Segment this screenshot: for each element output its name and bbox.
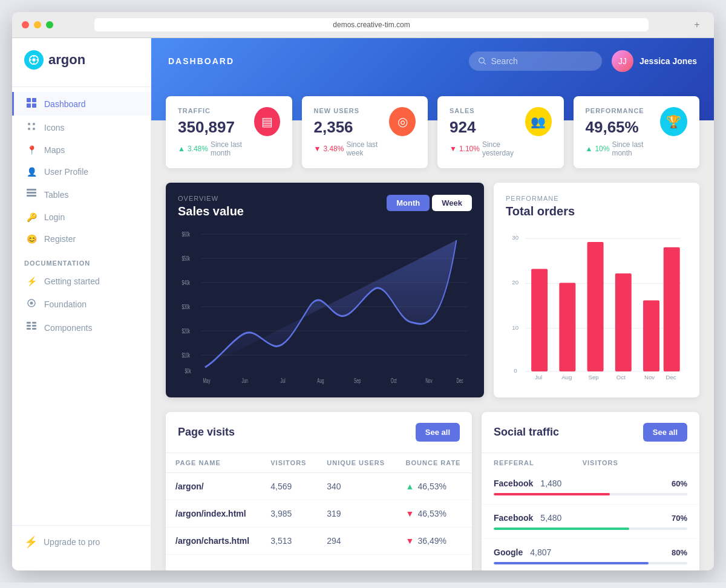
sales-chart-card: OVERVIEW Sales value Month Week	[166, 183, 484, 397]
sidebar-item-profile-label: User Profile	[44, 167, 88, 177]
upgrade-button[interactable]: ⚡ Upgrade to pro	[24, 535, 139, 549]
search-bar[interactable]	[469, 51, 602, 71]
main-content: DASHBOARD JJ Jessica Jones	[151, 38, 714, 570]
svg-rect-15	[27, 192, 36, 194]
social-row-0: Facebook 1,480 60%	[482, 470, 699, 505]
svg-rect-23	[32, 325, 36, 327]
trend-arrow-perf: ▲	[586, 145, 593, 153]
stat-card-performance: PERFORMANCE 49,65% ▲ 10% Since last mont…	[574, 96, 700, 168]
stat-icon-users: ◎	[389, 107, 416, 136]
stat-icon-traffic: ▤	[254, 107, 280, 136]
sidebar-item-profile[interactable]: 👤 User Profile	[12, 161, 151, 183]
stat-value-users: 2,356	[314, 118, 390, 137]
logo: argon	[12, 50, 151, 84]
sidebar-item-dashboard[interactable]: Dashboard	[12, 92, 151, 116]
page-visits-see-all[interactable]: See all	[416, 423, 460, 442]
search-icon	[479, 57, 486, 65]
trend-arrow-sales: ▼	[450, 145, 457, 153]
header-right: JJ Jessica Jones	[469, 50, 697, 72]
stat-card-users: NEW USERS 2,356 ▼ 3.48% Since last week …	[302, 96, 428, 168]
sidebar-item-tables-label: Tables	[44, 190, 68, 200]
svg-rect-57	[559, 283, 575, 371]
sidebar-item-register[interactable]: 😊 Register	[12, 228, 151, 250]
sidebar-item-getting-started-label: Getting started	[44, 276, 100, 286]
profile-icon: 👤	[26, 167, 37, 177]
svg-point-25	[479, 58, 485, 64]
sidebar-item-icons[interactable]: Icons	[12, 116, 151, 139]
dashboard-icon	[26, 98, 37, 109]
svg-point-18	[30, 302, 33, 305]
charts-row: OVERVIEW Sales value Month Week	[166, 183, 699, 397]
stat-change-users: ▼ 3.48% Since last week	[314, 140, 390, 157]
svg-text:$20k: $20k	[182, 327, 190, 335]
maximize-dot[interactable]	[46, 21, 53, 28]
toggle-month-button[interactable]: Month	[387, 195, 430, 211]
svg-text:Dec: Dec	[666, 374, 676, 381]
table-row: /argon/charts.html 3,513 294 ▼ 36,49%	[166, 528, 472, 555]
table-row: /argon/index.html 3,985 319 ▼ 46,53%	[166, 500, 472, 528]
orders-chart-card: PERFORMANE Total orders 30 20 10 0	[494, 183, 699, 397]
user-info: JJ Jessica Jones	[612, 50, 697, 72]
svg-line-26	[484, 62, 486, 64]
svg-text:30: 30	[512, 234, 518, 241]
social-name-1: Facebook	[494, 513, 533, 523]
bar-chart: 30 20 10 0	[506, 228, 687, 385]
sidebar-item-maps[interactable]: 📍 Maps	[12, 139, 151, 161]
chart-overview-label: OVERVIEW	[178, 195, 244, 202]
sidebar-item-components[interactable]: Components	[12, 316, 151, 339]
new-tab-button[interactable]: +	[690, 19, 704, 30]
progress-fill-0	[494, 493, 610, 495]
sidebar-item-tables[interactable]: Tables	[12, 183, 151, 206]
svg-rect-19	[27, 322, 31, 324]
sidebar-item-dashboard-label: Dashboard	[44, 99, 86, 109]
svg-rect-16	[27, 195, 36, 197]
sidebar: argon Dashboard Icons 📍 Maps 👤	[12, 38, 151, 570]
trend-arrow-users: ▼	[314, 145, 321, 153]
close-dot[interactable]	[22, 21, 29, 28]
stat-value-traffic: 350,897	[178, 118, 254, 137]
doc-section-label: DOCUMENTATION	[12, 250, 151, 270]
svg-rect-21	[27, 328, 31, 330]
svg-text:May: May	[203, 377, 211, 384]
toggle-week-button[interactable]: Week	[432, 195, 472, 211]
svg-text:Jun: Jun	[242, 377, 249, 384]
sidebar-footer: ⚡ Upgrade to pro	[12, 525, 151, 558]
page-row-1-name: /argon/index.html	[166, 500, 261, 528]
minimize-dot[interactable]	[34, 21, 41, 28]
svg-text:Jul: Jul	[535, 374, 542, 381]
sidebar-item-foundation[interactable]: Foundation	[12, 292, 151, 316]
social-pct-0: 60%	[672, 479, 687, 488]
page-row-2-name: /argon/charts.html	[166, 528, 261, 555]
stat-label-traffic: TRAFFIC	[178, 107, 254, 114]
trend-up-icon: ▲	[406, 482, 414, 491]
social-name-2: Google	[494, 547, 523, 557]
svg-text:Oct: Oct	[391, 377, 397, 384]
page-visits-title: Page visits	[178, 426, 235, 439]
svg-text:Jul: Jul	[280, 377, 285, 384]
icons-icon	[26, 122, 37, 133]
page-row-0-bounce: ▲ 46,53%	[396, 473, 472, 500]
social-see-all[interactable]: See all	[643, 423, 687, 442]
stat-label-users: NEW USERS	[314, 107, 390, 114]
svg-rect-22	[32, 322, 36, 324]
trend-arrow-traffic: ▲	[178, 145, 185, 153]
page-row-2-bounce: ▼ 36,49%	[396, 528, 472, 555]
foundation-icon	[26, 298, 37, 310]
svg-rect-8	[27, 103, 31, 108]
svg-rect-61	[664, 247, 680, 371]
user-name: Jessica Jones	[639, 56, 697, 66]
orders-chart-label: PERFORMANE	[506, 195, 687, 202]
svg-text:Aug: Aug	[561, 374, 572, 381]
social-name-0: Facebook	[494, 479, 533, 488]
svg-point-12	[28, 128, 30, 130]
page-visits-card: Page visits See all PAGE NAME VISITORS U…	[166, 412, 472, 570]
getting-started-icon: ⚡	[26, 276, 37, 286]
sidebar-item-login[interactable]: 🔑 Login	[12, 206, 151, 228]
orders-chart-title: Total orders	[506, 204, 687, 218]
trend-down-icon: ▼	[406, 509, 414, 518]
chart-title: Sales value	[178, 204, 244, 218]
search-input[interactable]	[491, 56, 593, 66]
sidebar-item-getting-started[interactable]: ⚡ Getting started	[12, 270, 151, 292]
stat-icon-perf: 🏆	[660, 107, 687, 136]
stat-change-sales: ▼ 1.10% Since yesterday	[450, 140, 525, 157]
